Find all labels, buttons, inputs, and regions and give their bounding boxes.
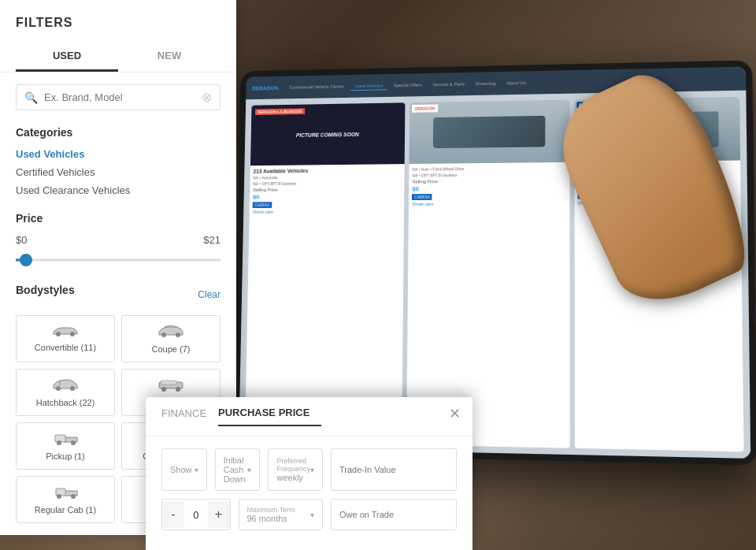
pickup-icon: [50, 431, 81, 448]
tablet-nav-commercial[interactable]: Commercial Vehicle Centre: [286, 83, 347, 91]
svg-point-13: [71, 440, 76, 445]
freq-chevron-icon: ▾: [310, 466, 314, 474]
vehicle-card-1: DERAGON-LAJEUNESSE PICTURE COMING SOON 2…: [245, 102, 406, 444]
hatchback-icon: [50, 377, 81, 395]
stepper-value: 0: [184, 509, 208, 521]
price-slider[interactable]: [16, 252, 220, 268]
purchase-price-modal: FINANCE PURCHASE PRICE ✕ Show ▾ Initial …: [146, 397, 472, 550]
modal-body: Show ▾ Initial Cash Down ▾ Preferred Fre…: [146, 437, 472, 550]
owe-on-trade-input[interactable]: [331, 499, 457, 530]
svg-rect-10: [64, 437, 77, 442]
categories-section: Categories Used Vehicles Certified Vehic…: [16, 126, 220, 196]
price-section: Price $0 $21: [16, 212, 220, 268]
regular-cab-label: Regular Cab (1): [35, 505, 96, 515]
show-chevron-icon: ▾: [195, 466, 198, 474]
svg-point-0: [56, 332, 61, 336]
bodystyles-title: Bodystyles: [16, 284, 75, 296]
filters-header: FILTERS USED NEW: [0, 0, 236, 72]
search-clear-icon[interactable]: ⊗: [202, 90, 212, 105]
price-range: $0 $21: [16, 234, 220, 246]
tablet-nav-financing[interactable]: Financing: [472, 80, 499, 87]
convertible-icon: [50, 324, 81, 340]
clear-bodystyles-link[interactable]: Clear: [198, 289, 220, 300]
svg-point-21: [71, 494, 76, 499]
svg-rect-19: [56, 489, 65, 496]
tablet-nav-about[interactable]: About Us: [502, 79, 529, 87]
price-title: Price: [16, 212, 220, 225]
svg-point-9: [176, 387, 180, 392]
search-icon: 🔍: [24, 91, 38, 104]
carfax-badge-2: CARFAX: [412, 194, 432, 200]
svg-rect-7: [161, 381, 176, 385]
tab-used[interactable]: USED: [16, 42, 118, 72]
regular-cab-icon: [50, 485, 81, 502]
price-min: $0: [16, 234, 27, 246]
term-chevron-icon: ▾: [310, 511, 314, 519]
preferred-frequency-dropdown[interactable]: Preferred Frequency weekly ▾: [268, 448, 323, 491]
stepper-plus-button[interactable]: +: [208, 501, 230, 528]
show-label: Show: [170, 465, 192, 474]
pickup-label: Pickup (1): [46, 452, 85, 461]
vehicle-price-2: $0: [412, 184, 566, 192]
bodystyles-header: Bodystyles Clear: [16, 284, 220, 306]
filters-tabs: USED NEW: [16, 42, 220, 72]
stepper-minus-button[interactable]: -: [162, 501, 184, 528]
maximum-term-label: Maximum Term: [247, 506, 295, 514]
svg-point-12: [57, 440, 61, 445]
categories-title: Categories: [16, 126, 220, 139]
svg-point-4: [56, 386, 61, 391]
svg-point-1: [70, 332, 75, 336]
svg-rect-18: [64, 491, 77, 496]
tablet-nav-used[interactable]: Used Vehicles: [350, 81, 387, 90]
bodystyle-convertible[interactable]: Convertible (11): [16, 315, 115, 362]
price-slider-thumb[interactable]: [20, 254, 32, 266]
svg-point-20: [57, 494, 61, 499]
modal-header: FINANCE PURCHASE PRICE ✕: [146, 397, 472, 437]
tablet-nav-special[interactable]: Special Offers: [390, 81, 426, 90]
coupe-label: Coupe (7): [152, 344, 191, 354]
dealer-badge-1: DERAGON-LAJEUNESSE: [255, 108, 305, 115]
initial-cash-down-dropdown[interactable]: Initial Cash Down ▾: [215, 448, 261, 491]
category-certified-vehicles[interactable]: Certified Vehicles: [16, 166, 220, 178]
show-dropdown[interactable]: Show ▾: [161, 448, 207, 491]
modal-close-button[interactable]: ✕: [449, 405, 461, 422]
maximum-term-dropdown[interactable]: Maximum Term 96 months ▾: [239, 499, 324, 530]
bodystyle-coupe[interactable]: Coupe (7): [121, 315, 220, 362]
vehicle-price-1: $0: [253, 192, 402, 200]
maximum-term-value: 96 months: [247, 514, 295, 523]
coming-soon-text: PICTURE COMING SOON: [296, 132, 359, 138]
cash-down-chevron-icon: ▾: [247, 466, 251, 474]
modal-tab-finance[interactable]: FINANCE: [161, 407, 218, 426]
coupe-icon: [155, 324, 187, 341]
cash-down-stepper: - 0 +: [161, 499, 231, 530]
vehicle-card-2: DERAGON 6dr • Auto • Front-Wheel Drive 0…: [406, 100, 569, 448]
preferred-frequency-label: Preferred Frequency: [276, 457, 310, 473]
svg-point-3: [176, 333, 180, 337]
carfax-badge-1: CARFAX: [253, 202, 272, 208]
search-input[interactable]: [44, 91, 202, 103]
tablet-nav-service[interactable]: Service & Parts: [429, 80, 469, 89]
category-clearance-vehicles[interactable]: Used Clearance Vehicles: [16, 184, 220, 196]
convertible-label: Convertible (11): [35, 343, 96, 352]
preferred-frequency-value: weekly: [276, 473, 310, 482]
svg-point-2: [161, 333, 166, 337]
trade-in-value-input[interactable]: [331, 448, 457, 491]
minivan-icon: [155, 377, 187, 395]
modal-row-2: - 0 + Maximum Term 96 months ▾: [161, 499, 457, 530]
price-slider-track: [16, 259, 220, 262]
filters-title: FILTERS: [16, 16, 220, 30]
bodystyle-hatchback[interactable]: Hatchback (22): [16, 369, 115, 416]
hatchback-label: Hatchback (22): [36, 398, 95, 407]
initial-cash-down-label: Initial Cash Down: [224, 455, 248, 484]
modal-tab-purchase-price[interactable]: PURCHASE PRICE: [218, 407, 321, 426]
search-bar: 🔍 ⊗: [16, 84, 220, 110]
svg-point-5: [70, 386, 75, 391]
tab-new[interactable]: NEW: [118, 42, 220, 72]
bodystyle-pickup[interactable]: Pickup (1): [16, 422, 115, 470]
category-used-vehicles[interactable]: Used Vehicles: [16, 148, 220, 160]
price-max: $21: [203, 234, 220, 246]
svg-point-8: [161, 387, 166, 392]
modal-row-1: Show ▾ Initial Cash Down ▾ Preferred Fre…: [161, 448, 457, 491]
bodystyle-regular-cab[interactable]: Regular Cab (1): [16, 476, 115, 523]
